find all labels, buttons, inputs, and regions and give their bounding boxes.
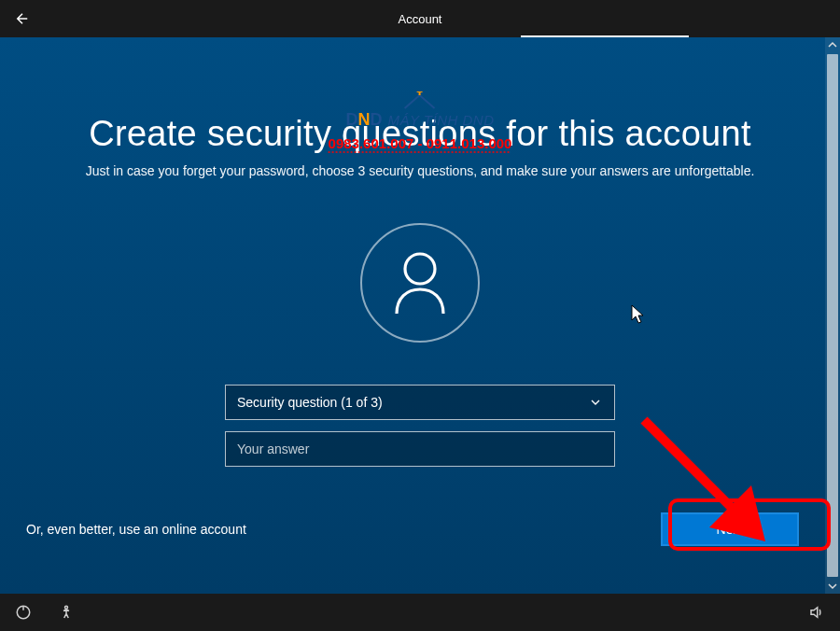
cursor-icon [631,304,646,325]
svg-rect-2 [417,91,423,92]
scroll-thumb[interactable] [827,54,838,577]
user-icon [391,250,449,316]
content-area: Create security questions for this accou… [0,37,840,594]
main-subheading: Just in case you forget your password, c… [86,163,755,178]
next-button[interactable]: Next [661,512,799,546]
scroll-down-icon[interactable] [825,579,840,594]
security-question-select[interactable]: Security question (1 of 3) [225,385,615,420]
answer-input[interactable] [225,431,615,467]
house-icon [403,91,437,110]
back-button[interactable] [0,0,45,37]
page-title: Account [399,12,442,26]
vertical-scrollbar[interactable] [825,37,840,594]
title-bar: Account [0,0,840,37]
user-avatar-placeholder [360,223,480,343]
main-heading: Create security questions for this accou… [89,114,751,154]
footer: Or, even better, use an online account N… [0,502,825,556]
security-question-form: Security question (1 of 3) [225,385,615,467]
online-account-link[interactable]: Or, even better, use an online account [26,522,246,537]
volume-icon[interactable] [806,602,827,623]
svg-point-0 [405,254,435,284]
scroll-up-icon[interactable] [825,37,840,52]
svg-point-4 [65,606,68,609]
chevron-down-icon [588,395,603,410]
setup-window: Account Create security questions for th… [0,0,840,631]
power-icon[interactable] [13,602,34,623]
next-button-label: Next [717,522,744,537]
select-label: Security question (1 of 3) [237,395,383,410]
bottom-toolbar [0,594,840,631]
accessibility-icon[interactable] [56,602,77,623]
